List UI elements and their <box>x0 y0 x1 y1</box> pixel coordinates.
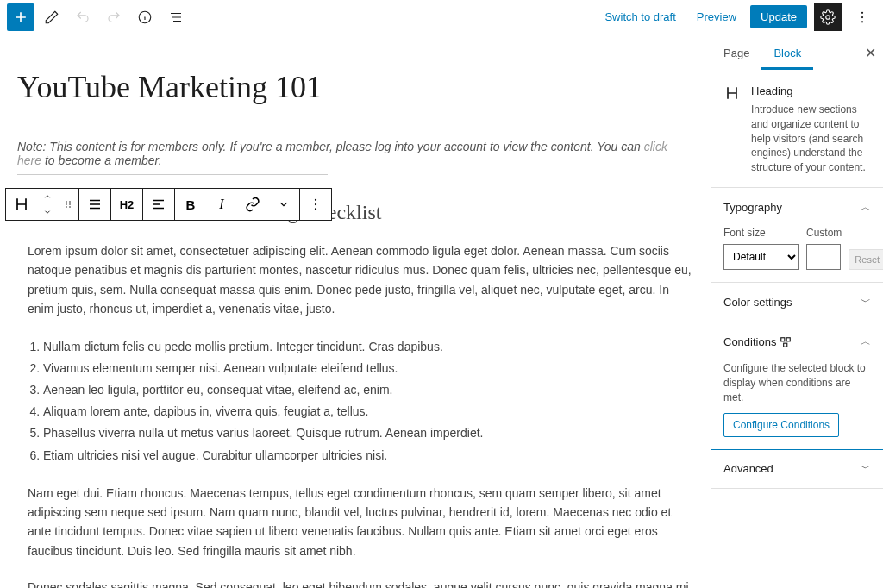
chevron-down-icon <box>278 198 290 210</box>
svg-point-13 <box>315 208 316 210</box>
svg-point-4 <box>861 21 863 22</box>
move-down-button[interactable] <box>37 204 58 220</box>
chevron-up-icon <box>41 192 53 201</box>
align-button[interactable] <box>79 189 110 220</box>
settings-button[interactable] <box>814 3 842 31</box>
paragraph-block[interactable]: Lorem ipsum dolor sit amet, consectetuer… <box>28 241 693 319</box>
undo-icon <box>75 9 91 25</box>
block-card: Heading Introduce new sections and organ… <box>711 72 883 188</box>
info-icon <box>137 9 153 25</box>
switch-to-draft-button[interactable]: Switch to draft <box>598 5 682 28</box>
panel-title: Conditions <box>723 335 792 349</box>
gear-icon <box>820 9 836 25</box>
svg-rect-16 <box>784 343 787 347</box>
font-size-select[interactable]: Default <box>723 244 799 270</box>
content-column: Lorem ipsum dolor sit amet, consectetuer… <box>17 241 693 588</box>
undo-button[interactable] <box>69 3 97 31</box>
chevron-down-icon: ﹀ <box>861 295 871 310</box>
tab-block[interactable]: Block <box>761 36 813 70</box>
font-size-label: Font size <box>723 227 799 239</box>
chevron-down-icon: ﹀ <box>861 461 871 476</box>
update-button[interactable]: Update <box>750 5 807 28</box>
typography-panel: Typography ︿ Font size Default Custom <box>711 188 883 283</box>
kebab-icon <box>855 9 870 25</box>
plus-icon <box>12 9 29 26</box>
block-more-button[interactable] <box>300 189 331 220</box>
top-toolbar: Switch to draft Preview Update <box>0 0 883 34</box>
tab-page[interactable]: Page <box>711 36 761 70</box>
list-block[interactable]: Nullam dictum felis eu pede mollis preti… <box>28 336 693 466</box>
outline-button[interactable] <box>162 3 190 31</box>
conditions-description: Configure the selected block to display … <box>723 361 871 404</box>
color-settings-toggle[interactable]: Color settings ﹀ <box>711 283 883 322</box>
list-item[interactable]: Vivamus elementum semper nisi. Aenean vu… <box>43 358 693 379</box>
conditions-icon <box>780 336 792 348</box>
paragraph-block[interactable]: Nam eget dui. Etiam rhoncus. Maecenas te… <box>28 484 693 561</box>
drag-handle[interactable] <box>58 189 78 220</box>
panel-title: Advanced <box>723 462 773 475</box>
custom-label: Custom <box>806 227 842 239</box>
block-toolbar: H2 B I <box>5 188 332 221</box>
text-align-button[interactable] <box>143 189 174 220</box>
move-up-button[interactable] <box>37 189 58 204</box>
svg-point-8 <box>69 201 71 203</box>
note-prefix: Note: This content is for members only. … <box>17 140 644 153</box>
typography-panel-toggle[interactable]: Typography ︿ <box>711 188 883 227</box>
panel-title: Typography <box>723 201 782 214</box>
block-type-heading-button[interactable] <box>6 189 37 220</box>
conditions-toggle[interactable]: Conditions ︿ <box>711 322 883 361</box>
list-item[interactable]: Aliquam lorem ante, dapibus in, viverra … <box>43 401 693 422</box>
heading-icon <box>13 196 30 213</box>
page-title[interactable]: YouTube Marketing 101 <box>17 69 693 105</box>
preview-button[interactable]: Preview <box>690 5 743 28</box>
list-item[interactable]: Phasellus viverra nulla ut metus varius … <box>43 422 693 444</box>
paragraph-block[interactable]: Donec sodales sagittis magna. Sed conseq… <box>28 578 693 588</box>
top-toolbar-left <box>7 3 190 31</box>
more-rich-text-button[interactable] <box>268 189 299 220</box>
pencil-icon <box>44 9 59 25</box>
svg-point-10 <box>69 206 71 208</box>
main-area: YouTube Marketing 101 Note: This content… <box>0 34 883 588</box>
panel-title: Color settings <box>723 296 792 309</box>
redo-button[interactable] <box>100 3 128 31</box>
chevron-up-icon: ︿ <box>861 335 871 349</box>
align-left-icon <box>151 197 166 212</box>
close-sidebar-button[interactable]: ✕ <box>865 45 876 61</box>
custom-font-size-input[interactable] <box>806 244 841 270</box>
advanced-toggle[interactable]: Advanced ﹀ <box>711 449 883 488</box>
italic-button[interactable]: I <box>206 189 237 220</box>
link-button[interactable] <box>237 189 268 220</box>
svg-point-1 <box>826 15 830 19</box>
bold-button[interactable]: B <box>175 189 206 220</box>
block-title: Heading <box>751 84 871 97</box>
svg-rect-15 <box>786 338 790 341</box>
app-root: Switch to draft Preview Update YouTube M… <box>0 0 883 588</box>
edit-mode-button[interactable] <box>38 3 66 31</box>
svg-point-2 <box>861 11 863 13</box>
svg-point-7 <box>66 206 67 208</box>
conditions-panel: Conditions ︿ Configure the selected bloc… <box>711 322 883 450</box>
advanced-panel: Advanced ﹀ <box>711 449 883 489</box>
info-button[interactable] <box>131 3 159 31</box>
chevron-up-icon: ︿ <box>861 200 871 215</box>
list-item[interactable]: Aenean leo ligula, porttitor eu, consequ… <box>43 379 693 401</box>
list-item[interactable]: Nullam dictum felis eu pede mollis preti… <box>43 336 693 358</box>
color-settings-panel: Color settings ﹀ <box>711 283 883 322</box>
more-menu-button[interactable] <box>849 3 876 31</box>
redo-icon <box>106 9 122 25</box>
sidebar-tabs: Page Block ✕ <box>711 34 883 72</box>
list-item[interactable]: Etiam ultricies nisi vel augue. Curabitu… <box>43 445 693 466</box>
reset-button[interactable]: Reset <box>849 249 883 270</box>
editor-canvas[interactable]: YouTube Marketing 101 Note: This content… <box>0 34 711 588</box>
svg-point-3 <box>861 16 863 17</box>
kebab-icon <box>308 197 323 212</box>
add-block-button[interactable] <box>7 3 34 31</box>
block-description: Introduce new sections and organize cont… <box>751 103 871 175</box>
svg-point-12 <box>315 203 316 205</box>
svg-point-5 <box>66 201 67 203</box>
heading-level-button[interactable]: H2 <box>111 189 142 220</box>
settings-sidebar: Page Block ✕ Heading Introduce new secti… <box>711 34 883 588</box>
configure-conditions-button[interactable]: Configure Conditions <box>723 413 839 437</box>
svg-point-11 <box>315 199 316 201</box>
svg-rect-14 <box>781 338 785 341</box>
